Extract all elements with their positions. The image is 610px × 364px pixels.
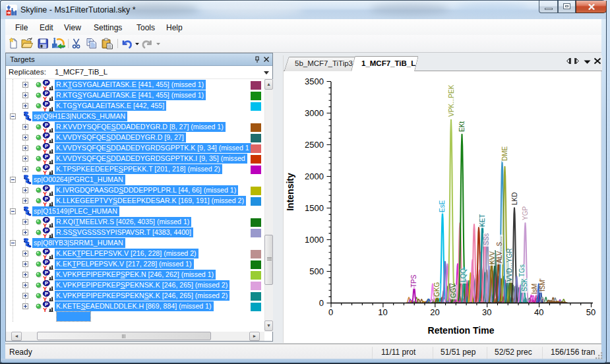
svg-text:YGP: YGP [522, 206, 529, 220]
svg-text:2500: 2500 [305, 140, 324, 150]
svg-text:Y: Y [43, 307, 47, 312]
svg-text:Y: Y [43, 159, 47, 164]
svg-text:ALV...S...: ALV...S... [496, 236, 503, 263]
svg-text:Y: Y [43, 191, 47, 196]
svg-text:Retention Time: Retention Time [428, 325, 495, 336]
svg-text:ISM': ISM' [539, 278, 546, 291]
svg-text:500: 500 [309, 266, 324, 276]
svg-text:GGV: GGV [450, 283, 457, 298]
svg-text:SSs: SSs [483, 233, 490, 245]
svg-text:Y: Y [43, 275, 47, 280]
svg-text:0: 0 [319, 298, 324, 308]
svg-text:VVD...YGR: VVD...YGR [506, 248, 513, 282]
svg-text:10: 10 [378, 307, 387, 317]
svg-text:IsM: IsM [531, 284, 538, 294]
svg-text:Y: Y [43, 233, 47, 238]
svg-text:Y: Y [43, 264, 47, 270]
svg-text:Intensity: Intensity [285, 173, 295, 211]
svg-text:EsE: EsE [439, 200, 446, 212]
svg-text:30: 30 [482, 307, 491, 317]
svg-text:Y: Y [43, 286, 47, 291]
svg-text:KET: KET [479, 214, 486, 227]
svg-text:Y: Y [43, 169, 47, 175]
svg-text:Y: Y [43, 222, 47, 228]
svg-text:Y: Y [43, 296, 47, 301]
svg-text:Y: Y [43, 138, 47, 143]
svg-text:SSK: SSK [521, 278, 528, 291]
svg-text:Y: Y [43, 254, 47, 259]
svg-text:Y: Y [43, 148, 47, 154]
svg-text:1000: 1000 [305, 235, 324, 245]
svg-text:GKG: GKG [433, 282, 441, 297]
svg-text:Y: Y [43, 85, 47, 90]
svg-text:50: 50 [586, 307, 595, 317]
svg-text:2000: 2000 [305, 171, 324, 181]
svg-text:LKD: LKD [511, 193, 518, 205]
svg-text:DME: DME [501, 146, 508, 161]
svg-text:40: 40 [534, 307, 543, 317]
svg-text:1500: 1500 [305, 203, 324, 213]
svg-text:3500: 3500 [305, 76, 324, 86]
svg-text:3000: 3000 [305, 108, 324, 118]
svg-text:Y: Y [43, 127, 47, 133]
svg-text:20: 20 [430, 307, 439, 317]
svg-text:KVV: KVV [489, 251, 496, 264]
svg-text:LQQ: LQQ [460, 268, 467, 282]
svg-text:Y: Y [43, 96, 47, 101]
svg-text:EKt: EKt [458, 121, 466, 132]
svg-text:TGs: TGs [518, 264, 526, 277]
svg-text:Y: Y [43, 201, 47, 206]
svg-text:TPS: TPS [410, 274, 417, 288]
svg-text:Y: Y [43, 106, 47, 111]
svg-text:VPK...PEK: VPK...PEK [448, 84, 455, 117]
svg-text:0: 0 [328, 307, 333, 317]
